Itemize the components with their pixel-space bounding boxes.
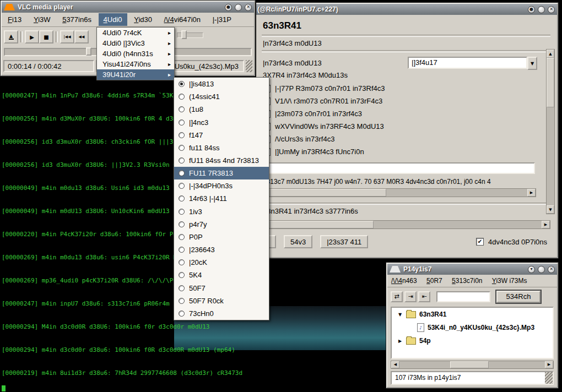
move-in-icon[interactable]: ⇥ <box>404 291 417 302</box>
module-options-input[interactable] <box>263 162 535 174</box>
dummy-interface-checkbox-row[interactable]: |]UmMy in73Rf4c3 fUnc7i0n <box>262 145 550 158</box>
scrollbar-thumb[interactable] <box>450 361 489 368</box>
equalizer-option[interactable]: 50F7 R0ck <box>174 295 269 307</box>
menu-audio[interactable]: 4Udi0 <box>99 13 127 26</box>
volume-slider-thumb[interactable] <box>181 30 187 39</box>
shuffle-icon[interactable]: ⇄ <box>391 291 403 302</box>
reset-all-button[interactable]: |23s37 411 <box>320 235 368 248</box>
scrollbar-trough[interactable] <box>271 221 542 228</box>
interface-module-select[interactable]: |]3f4u17 ▼ <box>408 57 537 69</box>
scrollbar-thumb[interactable] <box>271 189 386 197</box>
scroll-up-icon[interactable]: ▲ <box>547 50 554 58</box>
menu-sort[interactable]: 50R7 <box>423 275 446 286</box>
horizontal-scrollbar[interactable]: ◀ ▶ <box>262 188 536 197</box>
remote-control-checkbox-row[interactable]: |23m073 c0n7r01 in73rf4c3 <box>262 107 550 120</box>
close-icon[interactable]: ✕ <box>548 6 555 13</box>
move-out-icon[interactable]: ⇤ <box>418 291 430 302</box>
equalizer-option[interactable]: 5K4 <box>174 269 269 281</box>
seek-slider-thumb[interactable] <box>86 47 91 56</box>
audio-device-menu-item[interactable]: 4Udi0 |]3Vic3 ▸ <box>97 38 174 48</box>
menu-video[interactable]: Yid30 <box>129 13 157 26</box>
horizontal-scrollbar[interactable]: ◀ ▶ <box>391 361 554 369</box>
equalizer-option[interactable]: 50F7 <box>174 282 269 295</box>
previous-button[interactable]: |◀◀ <box>60 30 74 43</box>
close-icon[interactable]: ✕ <box>245 4 252 11</box>
scrollbar-trough[interactable] <box>271 189 527 197</box>
checkbox-checked-icon[interactable]: ✔ <box>476 238 484 246</box>
equalizer-option[interactable]: 73cHn0 <box>174 307 269 320</box>
scrollbar-trough[interactable] <box>547 58 554 205</box>
menu-navigation[interactable]: /\/4vi647i0n <box>159 13 206 26</box>
minimize-icon[interactable]: ● <box>225 4 232 11</box>
audio-track-menu-item[interactable]: 4Udi0 7r4cK ▸ <box>97 28 174 38</box>
shade-icon[interactable] <box>538 266 545 273</box>
scroll-right-icon[interactable]: ▶ <box>527 189 536 197</box>
visualizations-menu-item[interactable]: Yisu41i247i0ns ▸ <box>97 59 174 69</box>
menu-view[interactable]: Yi3W <box>29 13 56 26</box>
equalizer-option[interactable]: 1iv3 <box>174 205 269 218</box>
tree-group-sap[interactable]: ▶ 54p <box>392 334 553 347</box>
menu-selection[interactable]: 5313c7i0n <box>448 275 486 286</box>
wxwindows-checkbox-row[interactable]: wXVVind0Ws in73RF4c3 M0dU13 <box>262 120 550 133</box>
vertical-scrollbar[interactable]: ▲ ▼ <box>546 49 555 214</box>
menu-file[interactable]: Fi13 <box>3 13 26 26</box>
menu-manage[interactable]: /\/\4n463 <box>387 275 421 286</box>
preferences-titlebar[interactable]: (@Rc/inPU7/inPU7.c+227) ● ✕ <box>255 4 557 15</box>
stop-button[interactable]: ■ <box>39 30 53 43</box>
search-button[interactable]: 534Rch <box>496 291 541 303</box>
equalizer-option[interactable]: fU11 84ss 4nd 7r3813 <box>174 154 269 167</box>
playlist-titlebar[interactable]: P14y1is7 ▾ ✕ <box>387 264 557 275</box>
horizontal-scrollbar[interactable]: ◀ ▶ <box>262 220 550 229</box>
expander-open-icon[interactable]: ▼ <box>397 312 403 317</box>
scroll-left-icon[interactable]: ◀ <box>391 361 399 368</box>
close-icon[interactable]: ✕ <box>548 266 555 273</box>
advanced-options-toggle[interactable]: ✔ 4dv4nc3d 0P7i0ns <box>476 238 550 246</box>
equalizer-option[interactable]: |]is4813 <box>174 78 269 90</box>
tree-group-general[interactable]: ▼ 63n3R41 <box>392 308 553 321</box>
chevron-down-icon[interactable]: ▼ <box>527 57 537 70</box>
equalizer-option[interactable]: (14ssic41 <box>174 90 269 103</box>
resize-grip[interactable] <box>246 60 252 72</box>
scrollbar-trough[interactable] <box>399 361 545 368</box>
scrollbar-thumb[interactable] <box>271 221 374 228</box>
equalizer-option[interactable]: |-|34dPH0n3s <box>174 179 269 192</box>
eject-button[interactable]: ▲ <box>4 30 18 43</box>
save-button[interactable]: 54v3 <box>284 235 312 248</box>
equalizer-option[interactable]: (1u8 <box>174 103 269 116</box>
ncurses-checkbox-row[interactable]: /\/cUrs3s in73rf4c3 <box>262 133 550 145</box>
scroll-right-icon[interactable]: ▶ <box>542 221 550 228</box>
preferences-window-title: (@Rc/inPU7/inPU7.c+227) <box>257 6 338 13</box>
rewind-button[interactable]: ◀◀ <box>74 30 89 43</box>
equalizer-option[interactable]: 14r63 |-|411 <box>174 192 269 205</box>
vlm-remote-checkbox-row[interactable]: V1/\/\ r3m073 c0n7R01 in73rF4c3 <box>262 95 550 107</box>
audio-channels-menu-item[interactable]: 4Udi0 (h4nn31s ▸ <box>97 48 174 59</box>
vlc-titlebar[interactable]: VLC media player ● ✕ <box>2 2 254 13</box>
scrollbar-thumb[interactable] <box>547 58 554 107</box>
tree-track-item[interactable]: ♪ 53K4i_n0_y4KUs0ku_{42s3c}.Mp3 <box>392 321 553 334</box>
http-remote-checkbox-row[interactable]: |-|77P R3m073 c0n7r01 in73Rf4c3 <box>262 82 550 95</box>
radio-icon <box>179 81 185 87</box>
collapse-icon[interactable]: ▾ <box>528 266 535 273</box>
equalizer-option[interactable]: |20cK <box>174 256 269 269</box>
menu-settings[interactable]: 5377in6s <box>57 13 96 26</box>
equalizer-option[interactable]: f147 <box>174 129 269 141</box>
search-input[interactable] <box>436 291 490 302</box>
scroll-down-icon[interactable]: ▼ <box>547 205 554 214</box>
resize-grip[interactable] <box>545 372 553 384</box>
shade-icon[interactable] <box>538 6 545 13</box>
equalizer-option[interactable]: |236643 <box>174 243 269 256</box>
equalizer-option[interactable]: |]4nc3 <box>174 116 269 128</box>
menu-help[interactable]: |-|31P <box>208 13 236 26</box>
play-button[interactable]: ▶ <box>25 30 39 43</box>
equalizer-option[interactable]: fu11 84ss <box>174 141 269 154</box>
equalizer-option[interactable]: P0P <box>174 231 269 243</box>
expander-closed-icon[interactable]: ▶ <box>397 339 403 344</box>
minimize-icon[interactable]: ● <box>528 6 535 13</box>
scroll-right-icon[interactable]: ▶ <box>545 361 553 368</box>
shade-icon[interactable] <box>235 4 242 11</box>
equalizer-option[interactable]: FU11 7R3813 <box>174 167 269 179</box>
volume-slider[interactable] <box>177 32 203 38</box>
menu-view-items[interactable]: Yi3W i73Ms <box>488 275 531 286</box>
equalizer-option[interactable]: p4r7y <box>174 218 269 231</box>
equalizer-menu-item[interactable]: 39U41i20r ▸ <box>97 69 174 80</box>
